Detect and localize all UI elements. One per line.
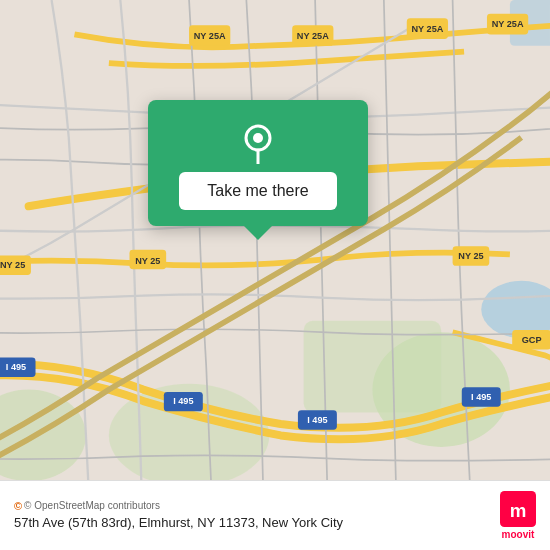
attribution-label: © OpenStreetMap contributors [24, 500, 160, 511]
svg-point-32 [253, 133, 263, 143]
svg-text:I 495: I 495 [307, 415, 327, 425]
svg-text:NY 25: NY 25 [458, 251, 483, 261]
svg-text:I 495: I 495 [6, 362, 26, 372]
map-background: NY 25A NY 25A NY 25A NY 25A NY 25 NY 25 … [0, 0, 550, 550]
svg-text:NY 25: NY 25 [135, 256, 160, 266]
address-label: 57th Ave (57th 83rd), Elmhurst, NY 11373… [14, 515, 343, 532]
attribution-text: © © OpenStreetMap contributors [14, 500, 343, 512]
bottom-info-bar: © © OpenStreetMap contributors 57th Ave … [0, 480, 550, 550]
svg-text:I 495: I 495 [471, 392, 491, 402]
osm-logo: © [14, 500, 22, 512]
address-info: © © OpenStreetMap contributors 57th Ave … [14, 500, 343, 532]
location-popup: Take me there [148, 100, 368, 226]
moovit-text: moovit [502, 529, 535, 540]
svg-text:NY 25A: NY 25A [297, 31, 329, 41]
moovit-logo-icon: m [500, 491, 536, 527]
take-me-there-button[interactable]: Take me there [179, 172, 336, 210]
svg-text:NY 25A: NY 25A [194, 31, 226, 41]
map-container: NY 25A NY 25A NY 25A NY 25A NY 25 NY 25 … [0, 0, 550, 550]
svg-text:NY 25: NY 25 [0, 260, 25, 270]
svg-text:m: m [510, 500, 527, 521]
svg-text:GCP: GCP [522, 335, 542, 345]
svg-text:NY 25A: NY 25A [411, 24, 443, 34]
svg-text:NY 25A: NY 25A [492, 19, 524, 29]
svg-text:I 495: I 495 [173, 396, 193, 406]
moovit-logo: m moovit [500, 491, 536, 540]
location-pin-icon [236, 120, 280, 164]
